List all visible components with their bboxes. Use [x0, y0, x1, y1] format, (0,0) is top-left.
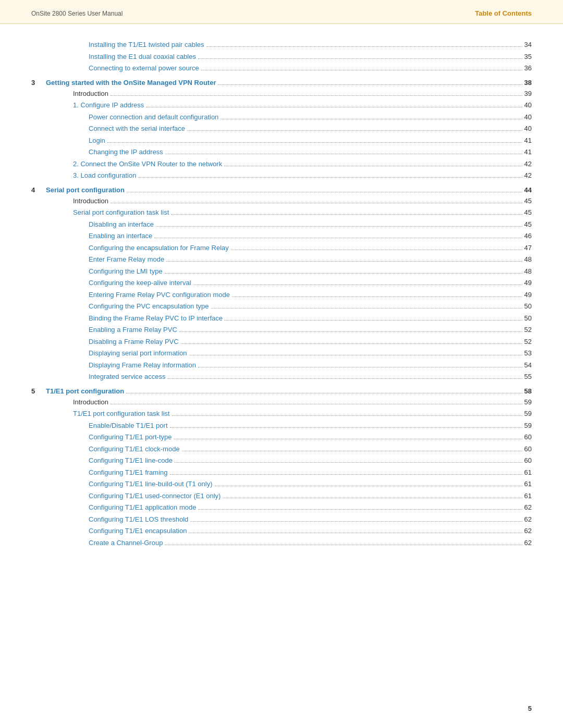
entry-text[interactable]: Installing the T1/E1 twisted pair cables	[89, 40, 204, 50]
entry-text[interactable]: Configuring T1/E1 framing	[89, 467, 168, 478]
toc-entry-configuring-pvc-encap: Configuring the PVC encapsulation type50	[31, 301, 532, 312]
entry-dots	[179, 331, 522, 332]
entry-dots	[232, 297, 522, 297]
entry-page-num: 41	[524, 147, 532, 157]
toc-entry-configuring-t1e1-framing: Configuring T1/E1 framing61	[31, 467, 532, 478]
entry-page-num: 61	[524, 479, 532, 489]
entry-dots	[111, 203, 522, 203]
entry-page-num: 40	[524, 100, 532, 110]
toc-entry-displaying-serial: Displaying serial port information53	[31, 348, 532, 359]
entry-text[interactable]: Integrated service access	[89, 372, 165, 382]
entry-page-num: 54	[524, 360, 532, 371]
entry-text[interactable]: Displaying Frame Relay information	[89, 360, 196, 371]
entry-dots	[193, 285, 522, 285]
entry-page-num: 45	[524, 219, 532, 230]
entry-text[interactable]: Installing the E1 dual coaxial cables	[89, 52, 196, 62]
entry-text[interactable]: Configuring the PVC encapsulation type	[89, 301, 209, 312]
entry-page-num: 36	[524, 63, 532, 73]
entry-text[interactable]: Configuring the LMI type	[89, 266, 163, 277]
entry-page-num: 52	[524, 325, 532, 335]
entry-dots	[198, 509, 522, 510]
entry-text[interactable]: Create a Channel-Group	[89, 538, 163, 548]
entry-page-num: 55	[524, 372, 532, 382]
chapter-dots	[126, 393, 522, 393]
entry-dots	[224, 166, 522, 166]
entry-dots	[182, 451, 522, 451]
entry-text[interactable]: Connecting to external power source	[89, 63, 199, 73]
entry-page-num: 50	[524, 313, 532, 324]
toc-entry-t1e1-task-list: T1/E1 port configuration task list59	[31, 409, 532, 419]
entry-text[interactable]: Binding the Frame Relay PVC to IP interf…	[89, 313, 223, 324]
entry-text[interactable]: Entering Frame Relay PVC configuration m…	[89, 290, 230, 300]
entry-page-num: 35	[524, 52, 532, 62]
toc-entry-enter-frame-relay: Enter Frame Relay mode48	[31, 254, 532, 265]
entry-text[interactable]: Enabling a Frame Relay PVC	[89, 325, 177, 335]
entry-text[interactable]: Enter Frame Relay mode	[89, 254, 164, 265]
chapter-entry-ch5: 5T1/E1 port configuration58	[31, 387, 532, 395]
entry-dots	[170, 474, 522, 475]
entry-text[interactable]: Configuring the encapsulation for Frame …	[89, 243, 229, 253]
entry-text[interactable]: 3. Load configuration	[73, 170, 136, 181]
entry-text[interactable]: 2. Connect the OnSite VPN Router to the …	[73, 159, 222, 169]
entry-text[interactable]: Serial port configuration task list	[73, 207, 169, 218]
entry-dots	[165, 273, 522, 274]
toc-entry-configuring-t1e1-port-type: Configuring T1/E1 port-type60	[31, 432, 532, 442]
entry-text[interactable]: Disabling an interface	[89, 219, 154, 230]
entry-text[interactable]: Changing the IP address	[89, 147, 163, 157]
entry-dots	[189, 355, 522, 355]
entry-page-num: 49	[524, 278, 532, 288]
entry-text[interactable]: Displaying serial port information	[89, 348, 187, 359]
toc-entry-power-connection: Power connection and default configurati…	[31, 112, 532, 122]
entry-text[interactable]: Configuring the keep-alive interval	[89, 278, 191, 288]
entry-page-num: 47	[524, 243, 532, 253]
entry-text[interactable]: Enabling an interface	[89, 231, 152, 241]
entry-dots	[187, 130, 522, 131]
chapter-title-text[interactable]: T1/E1 port configuration	[46, 387, 124, 395]
entry-page-num: 50	[524, 301, 532, 312]
entry-dots	[172, 415, 522, 416]
toc-entry-disabling-frame-pvc: Disabling a Frame Relay PVC52	[31, 337, 532, 347]
toc-entry-configuring-encapsulation: Configuring the encapsulation for Frame …	[31, 243, 532, 253]
toc-entry-binding-frame-relay: Binding the Frame Relay PVC to IP interf…	[31, 313, 532, 324]
chapter-page-num: 44	[524, 186, 532, 194]
entry-text[interactable]: T1/E1 port configuration task list	[73, 409, 170, 419]
entry-dots	[221, 119, 522, 119]
toc-entry-configuring-keepalive: Configuring the keep-alive interval49	[31, 278, 532, 288]
entry-dots	[111, 404, 522, 404]
entry-text[interactable]: Configuring T1/E1 clock-mode	[89, 444, 180, 454]
entry-text[interactable]: Configuring T1/E1 application mode	[89, 502, 196, 513]
entry-dots	[165, 154, 522, 154]
entry-page-num: 48	[524, 254, 532, 265]
entry-dots	[171, 214, 522, 215]
toc-entry-configuring-t1e1-clock: Configuring T1/E1 clock-mode60	[31, 444, 532, 454]
entry-page-num: 61	[524, 491, 532, 501]
entry-text[interactable]: Configuring T1/E1 used-connector (E1 onl…	[89, 491, 221, 501]
entry-text[interactable]: Enable/Disable T1/E1 port	[89, 421, 168, 431]
entry-dots	[154, 238, 522, 238]
toc-entry-entering-frame-pvc: Entering Frame Relay PVC configuration m…	[31, 290, 532, 300]
entry-text[interactable]: Power connection and default configurati…	[89, 112, 218, 122]
entry-dots	[174, 439, 522, 439]
entry-dots	[167, 378, 522, 379]
page-footer: 5	[528, 705, 532, 712]
entry-page-num: 42	[524, 159, 532, 169]
entry-text[interactable]: Connect with the serial interface	[89, 124, 185, 134]
chapter-title-text[interactable]: Getting started with the OnSite Managed …	[46, 79, 216, 87]
toc-entry-configure-ip: 1. Configure IP address40	[31, 100, 532, 110]
toc-entry-enabling-interface: Enabling an interface46	[31, 231, 532, 241]
entry-text[interactable]: 1. Configure IP address	[73, 100, 144, 110]
entry-text[interactable]: Configuring T1/E1 port-type	[89, 432, 172, 442]
manual-title: OnSite 2800 Series User Manual	[31, 10, 123, 17]
chapter-title-text[interactable]: Serial port configuration	[46, 186, 125, 194]
toc-entry-changing-ip: Changing the IP address41	[31, 147, 532, 157]
entry-page-num: 62	[524, 526, 532, 536]
entry-text[interactable]: Configuring T1/E1 LOS threshold	[89, 514, 188, 525]
entry-dots	[138, 177, 522, 178]
entry-text[interactable]: Configuring T1/E1 line-code	[89, 455, 173, 466]
entry-dots	[225, 320, 522, 320]
entry-text[interactable]: Configuring T1/E1 encapsulation	[89, 526, 187, 536]
entry-text[interactable]: Login	[89, 135, 105, 146]
entry-text[interactable]: Disabling a Frame Relay PVC	[89, 337, 179, 347]
entry-text[interactable]: Configuring T1/E1 line-build-out (T1 onl…	[89, 479, 213, 489]
entry-dots	[189, 533, 522, 533]
